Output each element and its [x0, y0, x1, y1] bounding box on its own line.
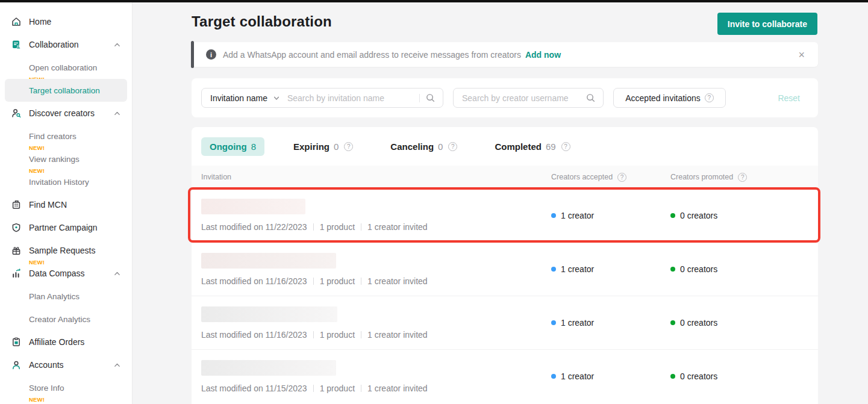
redacted-invitation-name: [201, 360, 336, 376]
sidebar-item-home[interactable]: Home: [5, 10, 127, 33]
sidebar-item-label: Collaboration: [29, 40, 79, 49]
sidebar-item-discover-creators[interactable]: Discover creators: [5, 102, 127, 125]
sidebar-item-find-mcn[interactable]: Find MCN: [5, 193, 127, 216]
product-count-text: 1 product: [320, 222, 355, 232]
last-modified-text: Last modified on 11/16/2023: [201, 330, 307, 340]
sidebar-item-label: Sample Requests: [29, 246, 96, 255]
sidebar-item-label: Data Compass: [29, 269, 85, 278]
sidebar-nav: HomeCollaborationOpen collaborationNEW!T…: [0, 10, 132, 399]
invitation-row[interactable]: Last modified on 11/16/20231 product1 cr…: [192, 242, 818, 296]
discover-creators-icon: [11, 108, 22, 119]
invitation-meta: Last modified on 11/16/20231 product1 cr…: [201, 276, 551, 286]
chevron-up-icon: [113, 270, 121, 278]
sidebar-item-partner-campaign[interactable]: Partner Campaign: [5, 216, 127, 239]
tab-count: 69: [546, 141, 556, 152]
tab-label: Ongoing: [210, 141, 247, 152]
creators-accepted-value: 1 creator: [561, 211, 594, 220]
invitation-meta: Last modified on 11/15/20231 product1 cr…: [201, 384, 551, 393]
sidebar-item-sample-requests[interactable]: Sample RequestsNEW!: [5, 239, 127, 262]
creators-accepted-cell: 1 creator: [551, 211, 670, 220]
banner-message: Add a WhatsApp account and email address…: [223, 50, 521, 60]
sidebar-item-creator-analytics[interactable]: Creator Analytics: [5, 308, 127, 331]
sidebar-item-label: View rankings: [29, 155, 80, 164]
sidebar-item-label: Plan Analytics: [29, 292, 80, 301]
invitation-row[interactable]: Last modified on 11/22/20231 product1 cr…: [192, 188, 818, 242]
creator-invited-text: 1 creator invited: [367, 330, 428, 340]
question-circle-icon[interactable]: ?: [448, 142, 457, 151]
notice-banner: i Add a WhatsApp account and email addre…: [192, 42, 818, 67]
accepted-invitations-filter-button[interactable]: Accepted invitations ?: [613, 88, 726, 108]
sidebar-item-target-collaboration[interactable]: Target collaboration: [5, 79, 127, 102]
creators-promoted-cell: 0 creators: [670, 371, 818, 381]
chevron-up-icon: [113, 41, 121, 49]
add-now-link[interactable]: Add now: [525, 50, 561, 60]
sidebar-item-plan-analytics[interactable]: Plan Analytics: [5, 285, 127, 308]
invitation-search-input[interactable]: [287, 93, 419, 103]
sidebar-item-label: Store Info: [29, 384, 64, 393]
creator-search-input[interactable]: [462, 93, 585, 103]
redacted-invitation-name: [201, 253, 336, 269]
sidebar-item-data-compass[interactable]: Data Compass: [5, 262, 127, 285]
tab-completed[interactable]: Completed69?: [486, 137, 578, 156]
meta-divider: [361, 331, 361, 338]
sidebar-item-store-info[interactable]: Store InfoNEW!: [5, 376, 127, 399]
question-circle-icon[interactable]: ?: [617, 173, 626, 182]
sidebar: HomeCollaborationOpen collaborationNEW!T…: [0, 2, 133, 404]
data-compass-icon: [11, 268, 22, 279]
info-icon: i: [206, 49, 216, 60]
invitation-cell: Last modified on 11/22/20231 product1 cr…: [192, 199, 551, 232]
collaboration-icon: [11, 39, 22, 50]
partner-campaign-icon: [11, 222, 22, 233]
sidebar-item-label: Accounts: [29, 360, 64, 370]
invite-to-collaborate-button[interactable]: Invite to collaborate: [717, 13, 817, 35]
tab-ongoing[interactable]: Ongoing8: [201, 137, 264, 156]
search-icon[interactable]: [425, 93, 436, 103]
sidebar-item-affiliate-orders[interactable]: Affiliate Orders: [5, 331, 127, 353]
sample-requests-icon: [11, 245, 22, 256]
main-content: Target collaboration Invite to collabora…: [133, 2, 868, 404]
creators-accepted-cell: 1 creator: [551, 318, 670, 328]
creator-invited-text: 1 creator invited: [367, 222, 428, 232]
product-count-text: 1 product: [320, 330, 355, 340]
question-circle-icon[interactable]: ?: [344, 142, 353, 151]
filter-bar: Invitation name Accepted invitations ? R…: [192, 78, 818, 117]
sidebar-item-label: Creator Analytics: [29, 315, 90, 324]
tab-canceling[interactable]: Canceling0?: [382, 137, 466, 156]
reset-button[interactable]: Reset: [778, 93, 800, 103]
invitation-search-group: Invitation name: [201, 88, 443, 108]
column-header-label: Creators accepted: [551, 173, 613, 181]
search-icon[interactable]: [585, 93, 596, 103]
tab-label: Completed: [495, 141, 542, 152]
search-type-select[interactable]: Invitation name: [210, 93, 280, 103]
close-icon[interactable]: ×: [795, 48, 808, 61]
creator-invited-text: 1 creator invited: [367, 384, 428, 393]
banner-accent-bar: [191, 41, 194, 68]
sidebar-item-view-rankings[interactable]: View rankingsNEW!: [5, 148, 127, 170]
accepted-dot: [551, 320, 556, 325]
creators-promoted-cell: 0 creators: [670, 211, 818, 220]
find-mcn-icon: [11, 199, 22, 210]
question-circle-icon[interactable]: ?: [705, 93, 714, 102]
invitation-row[interactable]: Last modified on 11/15/20231 product1 cr…: [192, 349, 818, 403]
creator-invited-text: 1 creator invited: [367, 276, 428, 286]
creator-search-group: [453, 88, 604, 108]
tab-expiring[interactable]: Expiring0?: [285, 137, 361, 156]
creators-accepted-cell: 1 creator: [551, 264, 670, 274]
meta-divider: [313, 223, 314, 231]
sidebar-item-invitation-history[interactable]: Invitation History: [5, 170, 127, 193]
product-count-text: 1 product: [320, 276, 355, 286]
creators-accepted-value: 1 creator: [561, 371, 594, 381]
question-circle-icon[interactable]: ?: [738, 173, 747, 182]
chevron-up-icon: [113, 110, 121, 117]
sidebar-item-open-collaboration[interactable]: Open collaborationNEW!: [5, 56, 127, 79]
invitation-row[interactable]: Last modified on 11/16/20231 product1 cr…: [192, 296, 818, 349]
sidebar-item-accounts[interactable]: Accounts: [5, 353, 127, 376]
page-title: Target collaboration: [192, 13, 332, 30]
redacted-invitation-name: [201, 199, 305, 214]
question-circle-icon[interactable]: ?: [561, 142, 570, 151]
input-divider: [419, 94, 420, 102]
sidebar-item-find-creators[interactable]: Find creatorsNEW!: [5, 125, 127, 148]
last-modified-text: Last modified on 11/22/2023: [201, 222, 307, 232]
chevron-down-icon: [273, 95, 280, 102]
sidebar-item-collaboration[interactable]: Collaboration: [5, 33, 127, 56]
